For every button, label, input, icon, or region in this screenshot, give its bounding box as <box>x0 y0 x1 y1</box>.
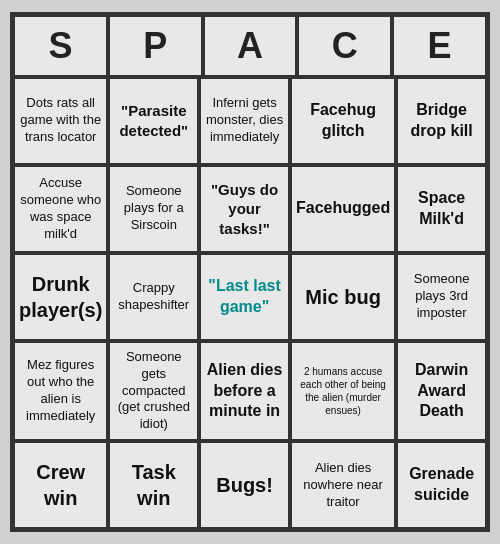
table-row[interactable]: Grenade suicide <box>396 441 487 529</box>
table-row[interactable]: Mic bug <box>290 253 396 341</box>
table-row[interactable]: Someone gets compacted (get crushed idio… <box>108 341 199 441</box>
table-row[interactable]: Mez figures out who the alien is immedia… <box>13 341 108 441</box>
table-row[interactable]: "Guys do your tasks!" <box>199 165 290 253</box>
table-row[interactable]: Facehugged <box>290 165 396 253</box>
table-row[interactable]: Alien dies before a minute in <box>199 341 290 441</box>
bingo-card: S P A C E Dots rats all game with the tr… <box>10 12 490 532</box>
table-row[interactable]: Facehug glitch <box>290 77 396 165</box>
header-c: C <box>297 15 392 77</box>
bingo-grid: Dots rats all game with the trans locato… <box>13 77 487 529</box>
table-row[interactable]: Alien dies nowhere near traitor <box>290 441 396 529</box>
table-row[interactable]: "Parasite detected" <box>108 77 199 165</box>
table-row[interactable]: Drunk player(s) <box>13 253 108 341</box>
table-row[interactable]: Accuse someone who was space milk'd <box>13 165 108 253</box>
table-row[interactable]: Bugs! <box>199 441 290 529</box>
table-row[interactable]: Darwin Award Death <box>396 341 487 441</box>
table-row[interactable]: Crappy shapeshifter <box>108 253 199 341</box>
header-a: A <box>203 15 298 77</box>
header-s: S <box>13 15 108 77</box>
table-row[interactable]: Dots rats all game with the trans locato… <box>13 77 108 165</box>
header-e: E <box>392 15 487 77</box>
table-row[interactable]: Inferni gets monster, dies immediately <box>199 77 290 165</box>
table-row[interactable]: Task win <box>108 441 199 529</box>
table-row[interactable]: Crew win <box>13 441 108 529</box>
table-row[interactable]: Someone plays 3rd imposter <box>396 253 487 341</box>
header-p: P <box>108 15 203 77</box>
table-row[interactable]: Space Milk'd <box>396 165 487 253</box>
table-row[interactable]: Someone plays for a Sirscoin <box>108 165 199 253</box>
table-row[interactable]: "Last last game" <box>199 253 290 341</box>
header-row: S P A C E <box>13 15 487 77</box>
table-row[interactable]: Bridge drop kill <box>396 77 487 165</box>
table-row[interactable]: 2 humans accuse each other of being the … <box>290 341 396 441</box>
